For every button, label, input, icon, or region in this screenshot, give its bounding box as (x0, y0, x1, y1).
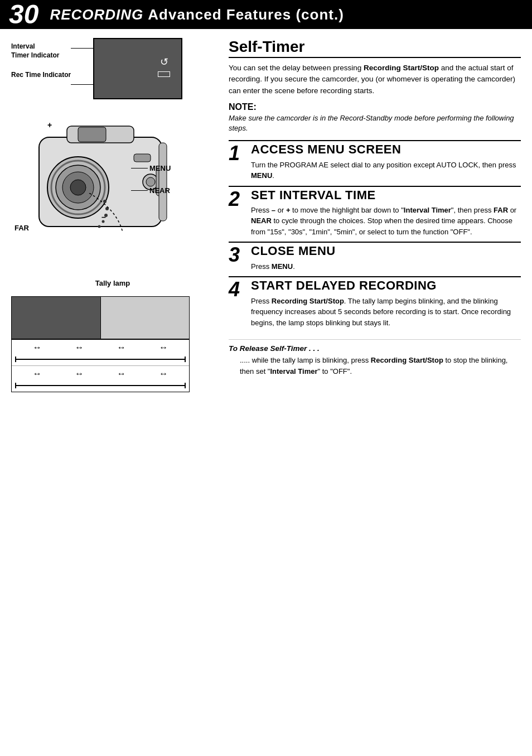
bracket-1 (12, 355, 189, 365)
step-3-number: 3 (229, 243, 249, 276)
menu-label: MENU (131, 164, 171, 172)
indicator-labels: IntervalTimer Indicator Rec Time Indicat… (11, 38, 71, 80)
svg-rect-17 (159, 143, 167, 221)
arrow-1: ↔ (33, 343, 42, 353)
zoom-light-area (101, 297, 189, 339)
step-3: 3 CLOSE MENU Press MENU. (229, 242, 521, 276)
step-4: 4 START DELAYED RECORDING Press Recordin… (229, 276, 521, 333)
step-3-body: Press MENU. (251, 261, 521, 272)
viewfinder-icons: ↺ (158, 56, 170, 77)
arrow-3: ↔ (117, 343, 126, 353)
bracket-right-2 (185, 383, 186, 388)
svg-point-14 (146, 177, 155, 186)
arrow-8: ↔ (159, 369, 168, 379)
step-1-content: ACCESS MENU SCREEN Turn the PROGRAM AE s… (249, 141, 521, 185)
intro-paragraph: You can set the delay between pressing R… (229, 62, 521, 97)
note-text: Make sure the camcorder is in the Record… (229, 113, 521, 133)
bracket-line-1 (16, 359, 185, 360)
bracket-right-1 (185, 357, 186, 362)
zoom-row-1: ↔ ↔ ↔ ↔ (12, 339, 189, 366)
step-2-content: SET INTERVAL TIME Press – or + to move t… (249, 187, 521, 242)
header-title-italic: RECORDING (50, 6, 143, 23)
far-label: FAR (14, 224, 29, 232)
arrow-6: ↔ (75, 369, 84, 379)
near-connector (131, 190, 148, 191)
zoom-diagram: ↔ ↔ ↔ ↔ ↔ ↔ ↔ ↔ (11, 296, 190, 392)
rec-time-label: Rec Time Indicator (11, 71, 71, 80)
tally-lamp-label: Tally lamp (11, 279, 214, 287)
step-2-heading: SET INTERVAL TIME (251, 188, 521, 203)
menu-connector (131, 168, 148, 168)
zoom-dark-area (12, 297, 101, 339)
arrow-7: ↔ (117, 369, 126, 379)
release-section: To Release Self-Timer . . . ..... while … (229, 339, 521, 377)
step-4-content: START DELAYED RECORDING Press Recording … (249, 277, 521, 333)
interval-timer-label: IntervalTimer Indicator (11, 42, 71, 60)
bracket-2 (12, 382, 189, 392)
step-2-body: Press – or + to move the highlight bar d… (251, 205, 521, 238)
timer-icon: ↺ (160, 56, 168, 68)
step-4-body: Press Recording Start/Stop. The tally la… (251, 296, 521, 329)
left-column: IntervalTimer Indicator Rec Time Indicat… (0, 29, 223, 401)
indicator-diagram: IntervalTimer Indicator Rec Time Indicat… (11, 38, 214, 99)
zoom-arrows-2: ↔ ↔ ↔ ↔ (12, 366, 189, 382)
step-1-body: Turn the PROGRAM AE select dial to any p… (251, 160, 521, 181)
note-block: NOTE: Make sure the camcorder is in the … (229, 102, 521, 133)
section-title: Self-Timer (229, 38, 521, 58)
main-content: IntervalTimer Indicator Rec Time Indicat… (0, 29, 532, 401)
zoom-boxes (12, 297, 189, 339)
step-1: 1 ACCESS MENU SCREEN Turn the PROGRAM AE… (229, 140, 521, 185)
release-body: ..... while the tally lamp is blinking, … (229, 355, 521, 377)
step-1-heading: ACCESS MENU SCREEN (251, 142, 521, 157)
connector-line-2 (71, 84, 93, 85)
dotted-arc (84, 193, 128, 238)
step-4-heading: START DELAYED RECORDING (251, 278, 521, 293)
release-title: To Release Self-Timer . . . (229, 344, 521, 353)
zoom-row-2: ↔ ↔ ↔ ↔ (12, 366, 189, 392)
page-header: 30 RECORDINGAdvanced Features (cont.) (0, 0, 532, 29)
header-title-rest: Advanced Features (cont.) (148, 6, 344, 23)
rec-bar-icon (158, 71, 170, 77)
arrow-5: ↔ (33, 369, 42, 379)
note-header: NOTE: (229, 102, 521, 112)
step-4-number: 4 (229, 277, 249, 333)
step-3-content: CLOSE MENU Press MENU. (249, 243, 521, 276)
step-2-number: 2 (229, 187, 249, 242)
connector-line-1 (71, 48, 93, 49)
svg-rect-12 (134, 154, 151, 162)
arrow-2: ↔ (75, 343, 84, 353)
step-2: 2 SET INTERVAL TIME Press – or + to move… (229, 186, 521, 242)
svg-rect-18 (78, 127, 106, 142)
bracket-line-2 (16, 385, 185, 386)
arrow-4: ↔ (159, 343, 168, 353)
near-label: NEAR (131, 186, 170, 195)
step-1-number: 1 (229, 141, 249, 185)
header-title: RECORDINGAdvanced Features (cont.) (50, 6, 344, 23)
camera-diagram-container: + (11, 104, 201, 277)
step-3-heading: CLOSE MENU (251, 244, 521, 258)
page-number: 30 (9, 1, 38, 28)
zoom-arrows-1: ↔ ↔ ↔ ↔ (12, 340, 189, 355)
viewfinder-box: ↺ (93, 38, 182, 99)
right-column: Self-Timer You can set the delay between… (223, 29, 532, 401)
